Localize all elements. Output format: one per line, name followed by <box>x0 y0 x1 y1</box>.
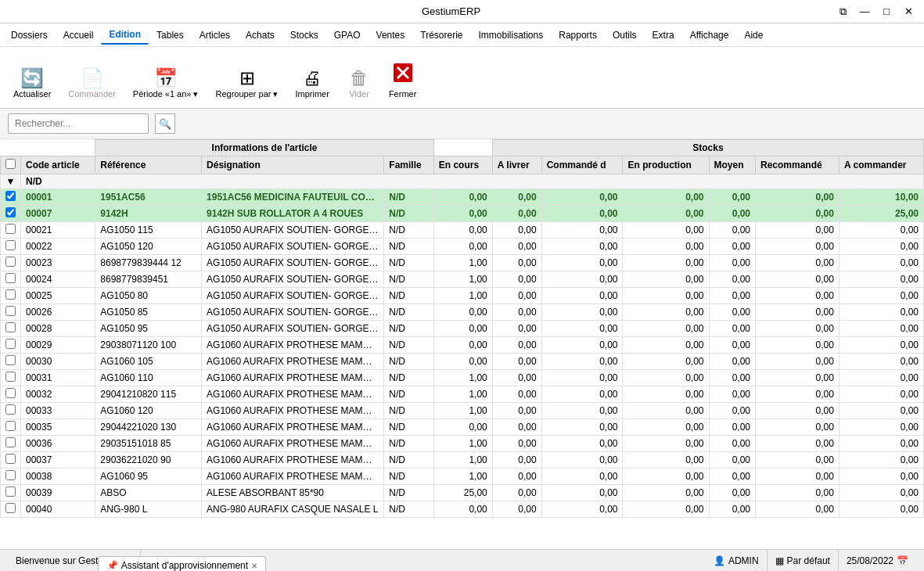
table-row[interactable]: 00029 29038071120 100 AG1060 AURAFIX PRO… <box>1 337 924 354</box>
menu-item-rapports[interactable]: Rapports <box>551 27 605 44</box>
row-en-cours: 0,00 <box>433 354 492 370</box>
row-a-livrer: 0,00 <box>492 206 541 222</box>
table-row[interactable]: 00038 AG1060 95 AG1060 AURAFIX PROTHESE … <box>1 469 924 485</box>
ribbon-btn-commander: 📄Commander <box>61 50 123 103</box>
row-designation: AG1050 AURAFIX SOUTIEN- GORGE POUR PR <box>202 255 384 271</box>
select-all-checkbox[interactable] <box>5 159 16 169</box>
row-commande-d: 0,00 <box>541 370 623 386</box>
row-designation: AG1050 AURAFIX SOUTIEN- GORGE POUR PR <box>202 222 384 239</box>
ribbon-btn-regrouper[interactable]: ⊞Regrouper par ▾ <box>209 50 286 103</box>
search-input[interactable] <box>8 113 149 134</box>
menu-item-affichage[interactable]: Affichage <box>682 27 737 44</box>
table-row[interactable]: 00007 9142H 9142H SUB ROLLATOR A 4 ROUES… <box>1 206 924 222</box>
table-row[interactable]: 00028 AG1050 95 AG1050 AURAFIX SOUTIEN- … <box>1 321 924 337</box>
row-checkbox[interactable] <box>1 403 21 419</box>
close-btn[interactable]: ✕ <box>899 4 918 20</box>
restore-btn[interactable]: ⧉ <box>833 4 852 20</box>
table-row[interactable]: 00021 AG1050 115 AG1050 AURAFIX SOUTIEN-… <box>1 222 924 239</box>
row-checkbox[interactable] <box>1 255 21 271</box>
table-row[interactable]: 00037 29036221020 90 AG1060 AURAFIX PROT… <box>1 452 924 469</box>
row-checkbox[interactable] <box>1 354 21 370</box>
row-famille: N/D <box>384 370 433 386</box>
ribbon-btn-periode[interactable]: 📅Période «1 an» ▾ <box>126 50 206 103</box>
row-checkbox[interactable] <box>1 239 21 255</box>
vider-icon: 🗑 <box>350 69 369 88</box>
row-a-livrer: 0,00 <box>492 485 541 501</box>
row-checkbox[interactable] <box>1 485 21 501</box>
ribbon-btn-imprimer[interactable]: 🖨Imprimer <box>289 50 336 103</box>
row-designation: ALESE ABSORBANT 85*90 <box>202 485 384 501</box>
table-row[interactable]: 00031 AG1060 110 AG1060 AURAFIX PROTHESE… <box>1 370 924 386</box>
row-famille: N/D <box>384 337 433 354</box>
status-user: ADMIN <box>728 555 759 566</box>
menu-item-edition[interactable]: Edition <box>101 26 149 45</box>
row-checkbox[interactable] <box>1 271 21 288</box>
row-en-production: 0,00 <box>623 239 709 255</box>
table-row[interactable]: 00039 ABSO ALESE ABSORBANT 85*90 N/D 25,… <box>1 485 924 501</box>
row-checkbox[interactable] <box>1 337 21 354</box>
row-checkbox[interactable] <box>1 452 21 469</box>
table-row[interactable]: 00025 AG1050 80 AG1050 AURAFIX SOUTIEN- … <box>1 288 924 304</box>
table-row[interactable]: 00036 29035151018 85 AG1060 AURAFIX PROT… <box>1 436 924 452</box>
menu-item-aide[interactable]: Aide <box>736 27 771 44</box>
menu-item-ventes[interactable]: Ventes <box>369 27 413 44</box>
menu-item-dossiers[interactable]: Dossiers <box>3 27 56 44</box>
row-designation: AG1060 AURAFIX PROTHESE MAMMAIRE EXT <box>202 469 384 485</box>
row-recommande: 0,00 <box>756 321 840 337</box>
menu-item-outils[interactable]: Outils <box>605 27 645 44</box>
periode-icon: 📅 <box>154 69 178 88</box>
maximize-btn[interactable]: □ <box>877 4 896 20</box>
search-button[interactable]: 🔍 <box>155 113 175 134</box>
row-commande-d: 0,00 <box>541 436 623 452</box>
menu-item-extra[interactable]: Extra <box>645 27 682 44</box>
row-moyen: 0,00 <box>709 452 756 469</box>
tab-close-btn[interactable]: ✕ <box>251 562 257 570</box>
row-checkbox[interactable] <box>1 436 21 452</box>
row-a-commander: 0,00 <box>839 370 923 386</box>
menu-item-stocks[interactable]: Stocks <box>282 27 326 44</box>
actualiser-label: Actualiser <box>13 89 51 99</box>
row-en-cours: 1,00 <box>433 271 492 288</box>
table-row[interactable]: 00033 AG1060 120 AG1060 AURAFIX PROTHESE… <box>1 403 924 419</box>
row-famille: N/D <box>384 206 433 222</box>
row-checkbox[interactable] <box>1 370 21 386</box>
row-checkbox[interactable] <box>1 222 21 239</box>
nd-group-row[interactable]: ▼ N/D <box>1 174 924 189</box>
menu-item-immobilisations[interactable]: Immobilisations <box>471 27 552 44</box>
menu-item-accueil[interactable]: Accueil <box>56 27 102 44</box>
table-row[interactable]: 00040 ANG-980 L ANG-980 AURAFIX CASQUE N… <box>1 501 924 518</box>
row-designation: AG1060 AURAFIX PROTHESE MAMMAIRE EXT <box>202 354 384 370</box>
table-row[interactable]: 00026 AG1050 85 AG1050 AURAFIX SOUTIEN- … <box>1 304 924 321</box>
row-checkbox[interactable] <box>1 189 21 206</box>
row-moyen: 0,00 <box>709 403 756 419</box>
menu-item-articles[interactable]: Articles <box>192 27 238 44</box>
menu-item-gpao[interactable]: GPAO <box>326 27 369 44</box>
nd-expand[interactable]: ▼ <box>1 174 21 189</box>
row-moyen: 0,00 <box>709 337 756 354</box>
tab-assistant-d-approvisionnement[interactable]: 📌 Assistant d'approvisionnement ✕ <box>98 556 266 571</box>
row-checkbox[interactable] <box>1 419 21 436</box>
row-checkbox[interactable] <box>1 469 21 485</box>
table-row[interactable]: 00035 29044221020 130 AG1060 AURAFIX PRO… <box>1 419 924 436</box>
menu-item-achats[interactable]: Achats <box>238 27 282 44</box>
row-checkbox[interactable] <box>1 386 21 403</box>
minimize-btn[interactable]: — <box>855 4 874 20</box>
table-row[interactable]: 00030 AG1060 105 AG1060 AURAFIX PROTHESE… <box>1 354 924 370</box>
row-checkbox[interactable] <box>1 206 21 222</box>
row-checkbox[interactable] <box>1 501 21 518</box>
row-checkbox[interactable] <box>1 304 21 321</box>
table-row[interactable]: 00032 29041210820 115 AG1060 AURAFIX PRO… <box>1 386 924 403</box>
table-row[interactable]: 00024 8698779839451 AG1050 AURAFIX SOUTI… <box>1 271 924 288</box>
row-ref: AG1050 120 <box>95 239 202 255</box>
menu-item-tr-sorerie[interactable]: Trésorerie <box>412 27 470 44</box>
table-row[interactable]: 00022 AG1050 120 AG1050 AURAFIX SOUTIEN-… <box>1 239 924 255</box>
menu-item-tables[interactable]: Tables <box>149 27 192 44</box>
ribbon-btn-actualiser[interactable]: 🔄Actualiser <box>6 50 58 103</box>
row-checkbox[interactable] <box>1 288 21 304</box>
col-en-cours: En cours <box>433 156 492 174</box>
row-en-production: 0,00 <box>623 403 709 419</box>
row-checkbox[interactable] <box>1 321 21 337</box>
table-row[interactable]: 00023 8698779839444 12 AG1050 AURAFIX SO… <box>1 255 924 271</box>
ribbon-btn-fermer[interactable]: Fermer <box>382 50 423 103</box>
table-row[interactable]: 00001 1951AC56 1951AC56 MEDICINA FAUTEUI… <box>1 189 924 206</box>
